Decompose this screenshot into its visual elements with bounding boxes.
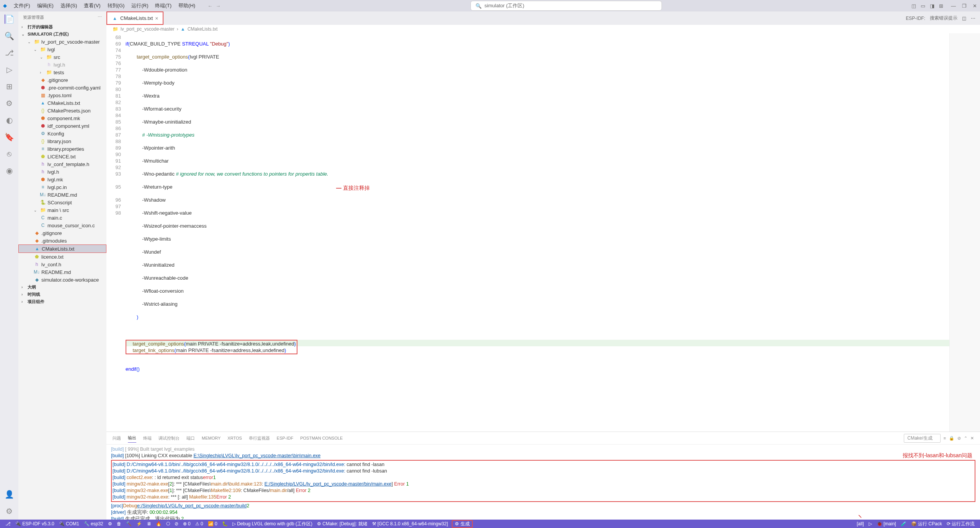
menu-edit[interactable]: 编辑(E) [34, 1, 57, 11]
tree-item-idf-component-yml[interactable]: ⬢idf_component.yml [18, 122, 106, 130]
scm-icon[interactable]: ⎇ [5, 48, 14, 57]
debug-icon[interactable]: ▷ [5, 65, 14, 74]
command-center[interactable]: 🔍 simulator (工作区) [470, 1, 662, 11]
code-content[interactable]: if(CMAKE_BUILD_TYPE STREQUAL "Debug") ta… [126, 33, 949, 432]
status-item-18[interactable]: ⚒ [GCC 8.1.0 x86_64-w64-mingw32] [370, 521, 450, 527]
status-item-15[interactable]: 🐛 [220, 521, 230, 527]
output-channel-select[interactable]: CMake/生成 [904, 434, 940, 443]
extensions-icon[interactable]: ⊞ [5, 82, 14, 91]
minimize-icon[interactable]: — [951, 3, 956, 9]
menu-go[interactable]: 转到(G) [105, 1, 128, 11]
panel-tab-ports[interactable]: 端口 [186, 434, 195, 443]
tree-item-readme-md[interactable]: M↓README.md [18, 268, 106, 276]
tree-item-lv-conf-template-h[interactable]: hlv_conf_template.h [18, 160, 106, 168]
settings-gear-icon[interactable]: ⚙ [5, 507, 14, 516]
open-editors-header[interactable]: ›打开的编辑器 [18, 23, 106, 31]
tree-item-readme-md[interactable]: M↓README.md [18, 191, 106, 199]
tree-item-library-json[interactable]: {}library.json [18, 137, 106, 145]
layout-sidebar-right-icon[interactable]: ◨ [930, 3, 934, 9]
error-hint[interactable]: 搜索错误提示 [930, 15, 957, 21]
status-item-10[interactable]: ⎔ [164, 521, 172, 527]
tree-item-library-properties[interactable]: ≡library.properties [18, 145, 106, 153]
tree-item-src[interactable]: ⌄📁src [18, 53, 106, 61]
tree-item-main-c[interactable]: Cmain.c [18, 214, 106, 222]
status-item-11[interactable]: ⊘ [172, 521, 181, 527]
status-item-8[interactable]: 🖥 [144, 521, 154, 527]
status-item-17[interactable]: ⚙ CMake: [Debug]: 就绪 [315, 521, 370, 527]
status-item-4[interactable]: ⚙ [106, 521, 114, 527]
close-icon[interactable]: ✕ [973, 3, 977, 9]
tree-item--gitmodules[interactable]: ◆.gitmodules [18, 237, 106, 244]
workspace-header[interactable]: ⌄SIMULATOR (工作区) [18, 31, 106, 38]
maximize-icon[interactable]: ❐ [962, 3, 967, 9]
tree-item-main---src[interactable]: ⌄📁main \ src [18, 206, 106, 214]
status-right-item-2[interactable]: 🐞 [main] [874, 521, 898, 527]
esp-chip-icon[interactable]: ⚙ [5, 99, 14, 108]
timeline-header[interactable]: ›时间线 [18, 291, 106, 298]
tree-item-sconscript[interactable]: 🐍SConscript [18, 199, 106, 206]
search-activity-icon[interactable]: 🔍 [5, 31, 14, 41]
tree-item-simulator-code-workspace[interactable]: ◆simulator.code-workspace [18, 276, 106, 284]
panel-tab-problems[interactable]: 问题 [113, 434, 121, 443]
tree-item-tests[interactable]: ›📁tests [18, 68, 106, 76]
panel-tab-espidf[interactable]: ESP-IDF [277, 434, 293, 442]
panel-tab-xrtos[interactable]: XRTOS [227, 434, 242, 442]
maximize-panel-icon[interactable]: ⌃ [964, 436, 967, 441]
tree-item-lv-conf-h[interactable]: hlv_conf.h [18, 261, 106, 268]
tree-item-licence-txt[interactable]: ⬟LICENCE.txt [18, 153, 106, 160]
tree-item--typos-toml[interactable]: ▦.typos.toml [18, 91, 106, 99]
tree-item--gitignore[interactable]: ◆.gitignore [18, 229, 106, 237]
status-item-7[interactable]: ⚡ [134, 521, 144, 527]
tab-close-icon[interactable]: × [155, 15, 158, 21]
components-header[interactable]: ›项目组件 [18, 298, 106, 305]
cmake-activity-icon[interactable]: ◐ [5, 116, 14, 125]
status-item-13[interactable]: ⚠ 0 [193, 521, 206, 527]
status-right-item-0[interactable]: [all] [854, 521, 866, 527]
tree-item-kconfig[interactable]: ⚙Kconfig [18, 130, 106, 137]
tree-item-lvgl-h[interactable]: hlvgl.h [18, 168, 106, 176]
menu-selection[interactable]: 选择(S) [57, 1, 80, 11]
tree-item-lvgl[interactable]: ⌄📁lvgl [18, 46, 106, 53]
tree-item--pre-commit-config-yaml[interactable]: ⬢.pre-commit-config.yaml [18, 84, 106, 91]
panel-tab-terminal[interactable]: 终端 [143, 434, 152, 443]
tree-item-cmakelists-txt[interactable]: ▲CMakeLists.txt [18, 244, 106, 253]
menu-file[interactable]: 文件(F) [11, 1, 33, 11]
panel-tab-memory[interactable]: MEMORY [202, 434, 220, 442]
panel-tab-debug[interactable]: 调试控制台 [158, 434, 180, 443]
minimap[interactable] [949, 33, 980, 432]
panel-tab-serial[interactable]: 串行监视器 [249, 434, 270, 443]
editor-body[interactable]: 6869747576777879808182838485868788899091… [106, 33, 980, 432]
output-terminal[interactable]: 报找不到-lasan和-lubsan问题 [build] [ 99%] Buil… [106, 445, 980, 520]
status-right-item-4[interactable]: 📦 运行 CPack [909, 521, 944, 527]
layout-customize-icon[interactable]: ⊞ [939, 3, 943, 9]
menu-run[interactable]: 运行(R) [128, 1, 151, 11]
tree-item-lv-port-pc-vscode-master[interactable]: ⌄📁lv_port_pc_vscode-master [18, 38, 106, 46]
status-right-item-3[interactable]: 🧪 [898, 521, 909, 527]
tree-item-lvgl-pc-in[interactable]: ≡lvgl.pc.in [18, 183, 106, 191]
status-item-3[interactable]: 🔧 esp32 [82, 521, 106, 527]
status-build[interactable]: ⚙ 生成 [452, 520, 473, 528]
tree-item-cmakepresets-json[interactable]: {}CMakePresets.json [18, 107, 106, 114]
layout-sidebar-icon[interactable]: ◫ [911, 3, 916, 9]
menu-help[interactable]: 帮助(H) [175, 1, 198, 11]
status-item-14[interactable]: 📶 0 [206, 521, 220, 527]
sidebar-more-icon[interactable]: ⋯ [98, 15, 102, 20]
outline-header[interactable]: ›大纲 [18, 284, 106, 291]
status-item-1[interactable]: 🔌 ESP-IDF v5.3.0 [13, 521, 57, 527]
lock-icon[interactable]: 🔒 [949, 436, 954, 441]
split-editor-icon[interactable]: ◫ [962, 16, 966, 21]
lock-scroll-icon[interactable]: ≡ [944, 436, 946, 440]
postman-icon[interactable]: ◉ [5, 166, 14, 175]
clear-output-icon[interactable]: ⊘ [957, 436, 961, 441]
tree-item--gitignore[interactable]: ◆.gitignore [18, 76, 106, 84]
status-item-12[interactable]: ⊗ 0 [181, 521, 193, 527]
panel-tab-output[interactable]: 输出 [128, 433, 136, 443]
menu-terminal[interactable]: 终端(T) [152, 1, 175, 11]
menu-view[interactable]: 查看(V) [81, 1, 103, 11]
status-item-16[interactable]: ▷ Debug LVGL demo with gdb (工作区) [230, 521, 315, 527]
editor-more-icon[interactable]: ⋯ [971, 16, 975, 21]
status-item-9[interactable]: 🔥 [154, 521, 164, 527]
tree-item-mouse-cursor-icon-c[interactable]: Cmouse_cursor_icon.c [18, 222, 106, 229]
account-icon[interactable]: 👤 [5, 490, 14, 499]
status-item-6[interactable]: 🔨 [124, 521, 134, 527]
